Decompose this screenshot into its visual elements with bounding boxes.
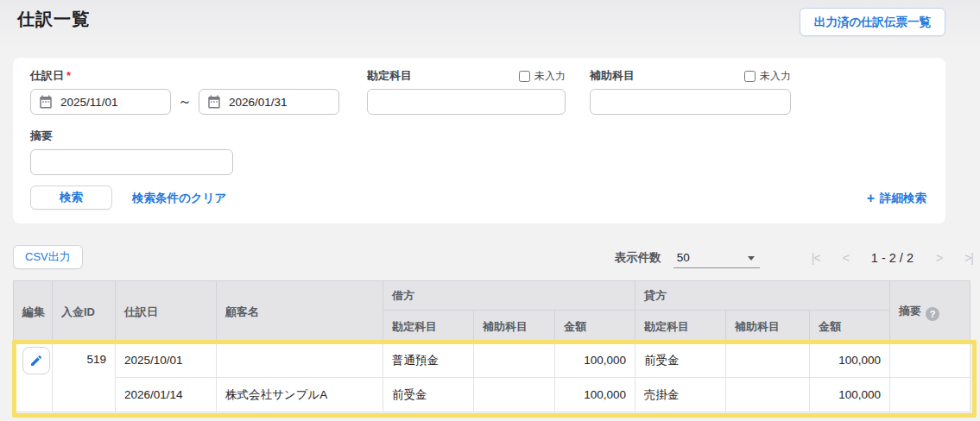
account-not-entered-label: 未入力	[534, 69, 566, 84]
col-header-summary: 摘要?	[890, 281, 971, 343]
sub-account-not-entered-checkbox[interactable]	[744, 71, 756, 82]
page-size-select[interactable]: 50	[673, 248, 760, 268]
advanced-search-link[interactable]: + 詳細検索	[867, 191, 926, 206]
credit-sub-account-cell	[726, 343, 810, 378]
clear-search-link[interactable]: 検索条件のクリア	[132, 191, 226, 206]
plus-icon: +	[867, 192, 875, 205]
account-not-entered-checkbox[interactable]	[519, 71, 530, 82]
journal-date-label: 仕訳日*	[30, 68, 71, 84]
csv-export-button[interactable]: CSV出力	[13, 245, 83, 269]
summary-label: 摘要	[30, 129, 53, 144]
summary-cell	[890, 343, 971, 378]
calendar-icon	[38, 94, 54, 110]
col-group-debit: 借方	[383, 281, 635, 311]
summary-cell	[890, 378, 971, 412]
first-page-icon[interactable]: |<	[812, 251, 820, 265]
table-row: 519 2025/10/01 普通預金 100,000 前受金 100,000	[14, 343, 971, 378]
page-size-value: 50	[673, 251, 690, 264]
table-row: 2026/01/14 株式会社サンプルA 前受金 100,000 売掛金 100…	[14, 378, 971, 412]
col-header-debit-sub-account: 補助科目	[474, 311, 555, 343]
col-header-credit-account: 勘定科目	[635, 311, 726, 343]
summary-input[interactable]	[30, 149, 233, 175]
search-button[interactable]: 検索	[30, 185, 112, 210]
customer-cell	[217, 343, 383, 378]
credit-sub-account-cell	[726, 378, 810, 412]
account-field: 勘定科目 未入力	[367, 69, 566, 115]
account-label: 勘定科目	[367, 68, 412, 84]
customer-cell: 株式会社サンプルA	[217, 378, 383, 412]
account-not-entered-checkbox-wrap[interactable]: 未入力	[519, 69, 566, 84]
journal-date-cell: 2025/10/01	[116, 343, 217, 378]
list-controls: 表示件数 50 |< < 1 - 2 / 2 > >|	[615, 247, 973, 269]
credit-account-cell: 売掛金	[635, 378, 726, 412]
page-title: 仕訳一覧	[17, 8, 90, 31]
prev-page-icon[interactable]: <	[843, 251, 849, 265]
next-page-icon[interactable]: >	[936, 251, 942, 265]
col-header-credit-amount: 金額	[810, 311, 890, 343]
sub-account-not-entered-label: 未入力	[760, 69, 791, 84]
journal-list-page: 仕訳一覧 出力済の仕訳伝票一覧 仕訳日* ～ 勘定	[0, 0, 980, 421]
debit-amount-cell: 100,000	[555, 343, 635, 378]
edit-cell	[14, 343, 53, 412]
journal-table-wrap: 編集 入金ID 仕訳日 顧客名 借方 貸方 摘要? 勘定科目 補助科目 金額 勘…	[13, 280, 970, 412]
col-header-debit-amount: 金額	[555, 311, 635, 343]
col-header-debit-account: 勘定科目	[383, 311, 474, 343]
advanced-search-label: 詳細検索	[880, 191, 926, 206]
credit-account-cell: 前受金	[635, 343, 726, 378]
date-range-tilde: ～	[178, 93, 192, 111]
sub-account-input[interactable]	[590, 89, 791, 115]
journal-date-to-wrap	[199, 89, 339, 115]
debit-sub-account-cell	[474, 343, 555, 378]
debit-account-cell: 普通預金	[383, 343, 474, 378]
summary-field: 摘要	[30, 129, 233, 175]
debit-amount-cell: 100,000	[555, 378, 635, 412]
debit-account-cell: 前受金	[383, 378, 474, 412]
pagination: |< < 1 - 2 / 2 > >|	[812, 251, 973, 265]
sub-account-not-entered-checkbox-wrap[interactable]: 未入力	[744, 69, 791, 84]
search-panel: 仕訳日* ～ 勘定科目 未入力	[13, 58, 945, 223]
calendar-icon	[206, 94, 222, 110]
journal-date-cell: 2026/01/14	[116, 378, 217, 412]
required-mark: *	[66, 69, 71, 82]
sub-account-label: 補助科目	[590, 68, 635, 84]
col-header-journal-date: 仕訳日	[116, 281, 217, 343]
journal-date-field: 仕訳日* ～	[30, 69, 342, 115]
journal-table: 編集 入金ID 仕訳日 顧客名 借方 貸方 摘要? 勘定科目 補助科目 金額 勘…	[13, 280, 971, 412]
edit-button[interactable]	[22, 347, 50, 374]
account-input[interactable]	[367, 89, 566, 115]
debit-sub-account-cell	[474, 378, 555, 412]
payment-id-cell: 519	[53, 343, 116, 412]
exported-vouchers-button[interactable]: 出力済の仕訳伝票一覧	[800, 8, 945, 36]
pencil-icon	[29, 354, 43, 368]
col-group-credit: 貸方	[635, 281, 890, 311]
page-size-label: 表示件数	[615, 250, 661, 266]
col-header-credit-sub-account: 補助科目	[726, 311, 810, 343]
credit-amount-cell: 100,000	[810, 343, 890, 378]
last-page-icon[interactable]: >|	[964, 251, 973, 265]
pagination-range: 1 - 2 / 2	[871, 251, 914, 265]
col-header-payment-id: 入金ID	[53, 281, 116, 343]
col-header-edit: 編集	[14, 281, 53, 343]
caret-down-icon	[748, 256, 755, 261]
help-icon[interactable]: ?	[926, 307, 939, 321]
journal-date-from-wrap	[30, 89, 171, 115]
col-header-customer: 顧客名	[217, 281, 383, 343]
credit-amount-cell: 100,000	[810, 378, 890, 412]
sub-account-field: 補助科目 未入力	[590, 69, 791, 115]
